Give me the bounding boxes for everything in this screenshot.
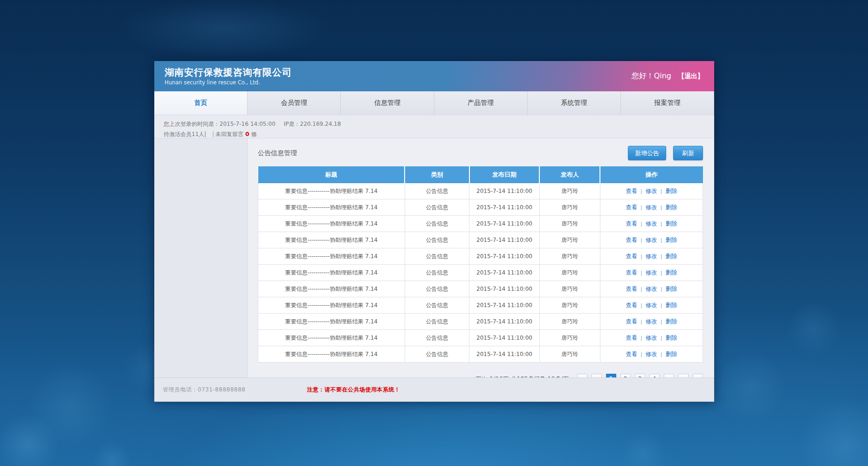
cell-actions: 查看|修改|删除	[600, 281, 703, 297]
edit-link[interactable]: 修改	[646, 334, 657, 341]
cell-category: 公告信息	[405, 281, 469, 297]
nav-tab-label: 系统管理	[561, 99, 587, 107]
delete-link[interactable]: 删除	[666, 269, 677, 276]
action-separator: |	[641, 302, 642, 308]
add-announcement-button[interactable]: 新增公告	[628, 146, 666, 160]
delete-link[interactable]: 删除	[666, 302, 677, 308]
action-separator: |	[641, 205, 642, 211]
ip-label: IP是：	[284, 121, 300, 127]
edit-link[interactable]: 修改	[646, 187, 657, 194]
cell-publisher: 唐巧玲	[539, 183, 600, 199]
edit-link[interactable]: 修改	[646, 220, 657, 227]
refresh-button[interactable]: 刷新	[673, 146, 703, 160]
last-login-time: 2015-7-16 14:05:00	[220, 121, 276, 127]
nav-tab[interactable]: 产品管理	[434, 91, 528, 115]
nav-tab[interactable]: 会员管理	[248, 91, 341, 115]
desktop-background: { "header": { "company_name_zh": "湖南安行保救…	[0, 0, 868, 466]
delete-link[interactable]: 删除	[666, 285, 677, 292]
cell-actions: 查看|修改|删除	[600, 232, 703, 248]
view-link[interactable]: 查看	[626, 204, 637, 211]
column-header-title: 标题	[258, 166, 405, 183]
content-header: 公告信息管理 新增公告 刷新	[258, 146, 703, 160]
action-separator: |	[661, 351, 662, 357]
cell-publisher: 唐巧玲	[539, 281, 600, 297]
nav-tab[interactable]: 系统管理	[528, 91, 621, 115]
table-row: 重要信息-----------协助理赔结果 7.14 公告信息 2015-7-1…	[258, 265, 703, 281]
cell-date: 2015-7-14 11:10:00	[469, 199, 540, 216]
view-link[interactable]: 查看	[626, 302, 637, 308]
cell-actions: 查看|修改|删除	[600, 216, 703, 232]
view-link[interactable]: 查看	[626, 269, 637, 276]
edit-link[interactable]: 修改	[646, 269, 657, 276]
main-area: 公告信息管理 新增公告 刷新 标题 类别 发布日期 发布人 操作	[248, 138, 714, 377]
nav-tab-label: 信息管理	[374, 99, 400, 107]
table-row: 重要信息-----------协助理赔结果 7.14 公告信息 2015-7-1…	[258, 232, 703, 248]
nav-tab-label: 产品管理	[468, 99, 494, 107]
cell-actions: 查看|修改|删除	[600, 183, 703, 199]
edit-link[interactable]: 修改	[646, 302, 657, 308]
view-link[interactable]: 查看	[626, 350, 637, 357]
cell-publisher: 唐巧玲	[539, 232, 600, 248]
nav-tab[interactable]: 首页	[154, 91, 248, 115]
cell-publisher: 唐巧玲	[539, 216, 600, 232]
user-area: 您好！Qing 【退出】	[632, 71, 704, 81]
cell-category: 公告信息	[405, 330, 469, 346]
cell-actions: 查看|修改|删除	[600, 248, 703, 265]
delete-link[interactable]: 删除	[666, 236, 677, 243]
content-row: 公告信息管理 新增公告 刷新 标题 类别 发布日期 发布人 操作	[154, 138, 714, 377]
nav-tab-label: 报案管理	[654, 99, 680, 107]
cell-title: 重要信息-----------协助理赔结果 7.14	[258, 314, 405, 330]
cell-date: 2015-7-14 11:10:00	[469, 330, 540, 346]
view-link[interactable]: 查看	[626, 318, 637, 325]
edit-link[interactable]: 修改	[646, 204, 657, 211]
delete-link[interactable]: 删除	[666, 204, 677, 211]
cell-actions: 查看|修改|删除	[600, 265, 703, 281]
edit-link[interactable]: 修改	[646, 236, 657, 243]
view-link[interactable]: 查看	[626, 285, 637, 292]
action-separator: |	[641, 221, 642, 227]
cell-publisher: 唐巧玲	[539, 265, 600, 281]
view-link[interactable]: 查看	[626, 253, 637, 260]
cell-date: 2015-7-14 11:10:00	[469, 248, 540, 265]
delete-link[interactable]: 删除	[666, 318, 677, 325]
last-login-line: 您上次登录的时间是：2015-7-16 14:05:00IP是：220.169.…	[164, 119, 714, 129]
view-link[interactable]: 查看	[626, 236, 637, 243]
page-title: 公告信息管理	[258, 149, 297, 158]
delete-link[interactable]: 删除	[666, 350, 677, 357]
cell-date: 2015-7-14 11:10:00	[469, 314, 540, 330]
table-row: 重要信息-----------协助理赔结果 7.14 公告信息 2015-7-1…	[258, 330, 703, 346]
delete-link[interactable]: 删除	[666, 187, 677, 194]
column-header-publisher: 发布人	[539, 166, 600, 183]
delete-link[interactable]: 删除	[666, 220, 677, 227]
edit-link[interactable]: 修改	[646, 350, 657, 357]
cell-publisher: 唐巧玲	[539, 199, 600, 216]
delete-link[interactable]: 删除	[666, 334, 677, 341]
edit-link[interactable]: 修改	[646, 285, 657, 292]
company-identity: 湖南安行保救援咨询有限公司 Hunan security line rescue…	[165, 67, 292, 86]
action-separator: |	[661, 335, 662, 341]
view-link[interactable]: 查看	[626, 187, 637, 194]
edit-link[interactable]: 修改	[646, 318, 657, 325]
delete-link[interactable]: 删除	[666, 253, 677, 260]
action-separator: |	[641, 319, 642, 325]
action-separator: |	[641, 335, 642, 341]
view-link[interactable]: 查看	[626, 220, 637, 227]
cell-date: 2015-7-14 11:10:00	[469, 183, 540, 199]
pending-members-text: 待激活会员11人|	[164, 131, 206, 137]
toolbar: 新增公告 刷新	[628, 146, 703, 160]
cell-actions: 查看|修改|删除	[600, 346, 703, 363]
cell-actions: 查看|修改|删除	[600, 314, 703, 330]
cell-title: 重要信息-----------协助理赔结果 7.14	[258, 183, 405, 199]
edit-link[interactable]: 修改	[646, 253, 657, 260]
cell-actions: 查看|修改|删除	[600, 199, 703, 216]
nav-tab[interactable]: 信息管理	[341, 91, 434, 115]
view-link[interactable]: 查看	[626, 334, 637, 341]
main-nav: 首页 会员管理 信息管理 产品管理 系统管理 报案管理	[154, 91, 714, 115]
app-window: 湖南安行保救援咨询有限公司 Hunan security line rescue…	[154, 61, 714, 402]
nav-tab[interactable]: 报案管理	[621, 91, 714, 115]
cell-publisher: 唐巧玲	[539, 297, 600, 314]
logout-button[interactable]: 【退出】	[678, 72, 704, 81]
action-separator: |	[641, 351, 642, 357]
cell-date: 2015-7-14 11:10:00	[469, 265, 540, 281]
action-separator: |	[661, 237, 662, 243]
